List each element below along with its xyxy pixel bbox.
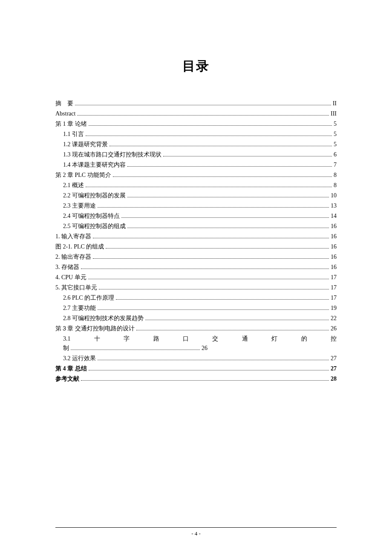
- toc-entry-label: 4. CPU 单元: [55, 275, 86, 280]
- toc-entry-label: 1. 输入寄存器: [55, 234, 91, 240]
- toc-entry-label: 第 1 章 论绪: [55, 121, 87, 127]
- toc-leader-dots: [106, 248, 329, 249]
- toc-entry-page: 17: [331, 295, 337, 301]
- toc-leader-dots: [89, 125, 332, 126]
- toc-entry[interactable]: 2.1 概述8: [55, 182, 337, 188]
- toc-entry[interactable]: 第３章 交通灯控制电路的设计26: [55, 326, 337, 332]
- toc-entry-label: 参考文献: [55, 376, 79, 382]
- toc-entry[interactable]: 2.6 PLC 的工作原理17: [55, 295, 337, 301]
- toc-entry-page: 27: [331, 356, 337, 361]
- toc-entry[interactable]: 1. 输入寄存器16: [55, 234, 337, 240]
- toc-leader-dots: [113, 176, 332, 177]
- toc-leader-dots: [88, 279, 329, 279]
- footer-rule: [55, 527, 337, 528]
- toc-leader-dots: [163, 156, 332, 156]
- toc-entry[interactable]: 1.2 课题研究背景5: [55, 142, 337, 147]
- toc-entry-page: 17: [331, 285, 337, 291]
- toc-entry-page: 16: [331, 234, 337, 240]
- toc-entry[interactable]: 2.4 可编程控制器特点14: [55, 213, 337, 219]
- toc-leader-dots: [93, 238, 329, 238]
- toc-leader-dots: [136, 330, 329, 330]
- toc-entry[interactable]: AbstractIII: [55, 111, 337, 117]
- toc-entry[interactable]: 2.2 可编程控制器的发展10: [55, 193, 337, 199]
- toc-entry[interactable]: 2.7 主要功能19: [55, 305, 337, 311]
- toc-entry[interactable]: 2.3 主要用途13: [55, 203, 337, 209]
- toc-entry-label: 1.4 本课题主要研究内容: [55, 162, 126, 168]
- toc-entry-page: 26: [331, 326, 337, 332]
- toc-leader-dots: [127, 228, 329, 228]
- toc-leader-dots: [98, 207, 329, 208]
- toc-leader-dots: [77, 115, 329, 116]
- toc-entry-number: 3.1: [63, 336, 71, 342]
- toc-entry-label: 5. 其它接口单元: [55, 285, 97, 291]
- toc-entry-label: 2.2 可编程控制器的发展: [55, 193, 126, 199]
- toc-entry-page: 16: [331, 254, 337, 260]
- toc-entry-label: 2.3 主要用途: [55, 203, 96, 209]
- toc-leader-dots: [81, 380, 329, 381]
- toc-entry-page: 5: [334, 131, 337, 137]
- toc-entry-continuation[interactable]: 制26: [55, 345, 337, 351]
- toc-entry-label: 1.1 引言: [55, 131, 84, 137]
- toc-leader-dots: [110, 146, 332, 146]
- toc-entry[interactable]: 5. 其它接口单元17: [55, 285, 337, 291]
- toc-entry-page: 26: [202, 345, 208, 351]
- toc-entry[interactable]: 3.2 运行效果27: [55, 356, 337, 361]
- toc-entry-label: 2.6 PLC 的工作原理: [55, 295, 114, 301]
- toc-entry-page: 16: [331, 244, 337, 250]
- toc-entry-label: 第 4 章 总结: [55, 366, 87, 372]
- toc-entry[interactable]: 2. 输出寄存器16: [55, 254, 337, 260]
- toc-entry-label: 3.1十字路口交通灯的控: [55, 336, 337, 342]
- toc-entry[interactable]: 1.4 本课题主要研究内容7: [55, 162, 337, 168]
- toc-entry-page: 5: [334, 121, 337, 127]
- table-of-contents: 摘 要IIAbstractIII第 1 章 论绪51.1 引言51.2 课题研究…: [55, 101, 337, 382]
- toc-leader-dots: [98, 360, 329, 360]
- toc-entry[interactable]: 3.1十字路口交通灯的控: [55, 336, 337, 342]
- page-number: - 4 -: [0, 530, 392, 537]
- toc-entry-page: III: [331, 111, 337, 117]
- toc-leader-dots: [75, 105, 331, 105]
- toc-entry-page: 8: [334, 182, 337, 188]
- toc-entry-label: 2. 输出寄存器: [55, 254, 91, 260]
- toc-entry-label: 图 2-1. PLC 的组成: [55, 244, 104, 250]
- toc-entry-page: 6: [334, 152, 337, 158]
- toc-entry[interactable]: 第 2 章 PLC 功能简介8: [55, 172, 337, 178]
- toc-entry-page: 5: [334, 142, 337, 147]
- toc-entry-label: 3.2 运行效果: [55, 356, 96, 361]
- toc-entry[interactable]: 3. 存储器16: [55, 264, 337, 270]
- toc-entry[interactable]: 1.3 现在城市路口交通灯控制技术现状6: [55, 152, 337, 158]
- toc-entry-page: 17: [331, 275, 337, 280]
- toc-entry[interactable]: 4. CPU 单元17: [55, 275, 337, 280]
- toc-leader-dots: [71, 350, 200, 350]
- toc-leader-dots: [145, 320, 329, 320]
- toc-leader-dots: [89, 370, 329, 370]
- toc-entry-page: 14: [331, 213, 337, 219]
- toc-entry[interactable]: 第 1 章 论绪5: [55, 121, 337, 127]
- toc-entry-page: 27: [331, 366, 337, 372]
- toc-entry[interactable]: 图 2-1. PLC 的组成16: [55, 244, 337, 250]
- toc-entry-label: 制: [55, 345, 69, 351]
- toc-entry-label: 1.3 现在城市路口交通灯控制技术现状: [55, 152, 161, 158]
- toc-entry-page: 22: [331, 315, 337, 321]
- toc-entry[interactable]: 参考文献28: [55, 376, 337, 382]
- toc-entry-page: 16: [331, 223, 337, 229]
- toc-leader-dots: [127, 166, 332, 167]
- toc-entry-page: 28: [331, 376, 337, 382]
- toc-entry[interactable]: 2.8 可编程控制技术的发展趋势22: [55, 315, 337, 321]
- toc-entry-label: 2.1 概述: [55, 182, 84, 188]
- toc-entry[interactable]: 1.1 引言5: [55, 131, 337, 137]
- toc-leader-dots: [81, 269, 329, 269]
- toc-entry-page: 7: [334, 162, 337, 168]
- toc-leader-dots: [98, 309, 329, 310]
- toc-entry[interactable]: 第 4 章 总结27: [55, 366, 337, 372]
- toc-entry[interactable]: 2.5 可编程控制器的组成16: [55, 223, 337, 229]
- toc-leader-dots: [127, 197, 329, 197]
- toc-entry-page: 19: [331, 305, 337, 311]
- toc-entry-label: 2.8 可编程控制技术的发展趋势: [55, 315, 144, 321]
- toc-entry-label: 第 2 章 PLC 功能简介: [55, 172, 111, 178]
- toc-entry-page: II: [333, 101, 337, 107]
- toc-entry-label: 3. 存储器: [55, 264, 79, 270]
- toc-entry-label: 2.4 可编程控制器特点: [55, 213, 120, 219]
- toc-entry[interactable]: 摘 要II: [55, 101, 337, 107]
- page-title: 目录: [55, 58, 337, 75]
- toc-entry-page: 16: [331, 264, 337, 270]
